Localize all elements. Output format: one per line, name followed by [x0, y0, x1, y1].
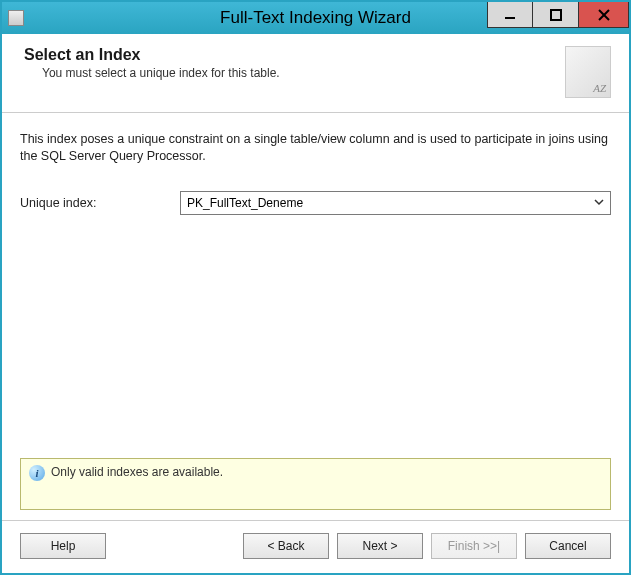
window-controls	[487, 2, 629, 34]
close-icon	[598, 9, 610, 21]
description-text: This index poses a unique constraint on …	[20, 131, 611, 165]
svg-rect-0	[505, 17, 515, 19]
info-icon: i	[29, 465, 45, 481]
body-spacer	[20, 225, 611, 458]
wizard-body: This index poses a unique constraint on …	[2, 113, 629, 520]
finish-button: Finish >>|	[431, 533, 517, 559]
maximize-icon	[550, 9, 562, 21]
minimize-icon	[504, 9, 516, 21]
wizard-header-text: Select an Index You must select a unique…	[24, 46, 555, 80]
unique-index-value: PK_FullText_Deneme	[187, 196, 303, 210]
unique-index-row: Unique index: PK_FullText_Deneme	[20, 191, 611, 215]
app-icon	[8, 10, 24, 26]
page-title: Select an Index	[24, 46, 555, 64]
maximize-button[interactable]	[533, 2, 579, 28]
wizard-header: Select an Index You must select a unique…	[2, 34, 629, 113]
wizard-graphic: AZ	[565, 46, 611, 98]
unique-index-label: Unique index:	[20, 196, 180, 210]
info-text: Only valid indexes are available.	[51, 465, 223, 479]
info-panel: i Only valid indexes are available.	[20, 458, 611, 510]
unique-index-combo[interactable]: PK_FullText_Deneme	[180, 191, 611, 215]
cancel-button[interactable]: Cancel	[525, 533, 611, 559]
back-button[interactable]: < Back	[243, 533, 329, 559]
help-button[interactable]: Help	[20, 533, 106, 559]
minimize-button[interactable]	[487, 2, 533, 28]
wizard-footer: Help < Back Next > Finish >>| Cancel	[2, 520, 629, 573]
page-subtitle: You must select a unique index for this …	[42, 66, 555, 80]
wizard-graphic-label: AZ	[593, 82, 606, 94]
next-button[interactable]: Next >	[337, 533, 423, 559]
svg-rect-1	[551, 10, 561, 20]
titlebar: Full-Text Indexing Wizard	[2, 2, 629, 34]
chevron-down-icon	[594, 196, 604, 210]
close-button[interactable]	[579, 2, 629, 28]
wizard-window: Full-Text Indexing Wizard Select an Inde…	[0, 0, 631, 575]
